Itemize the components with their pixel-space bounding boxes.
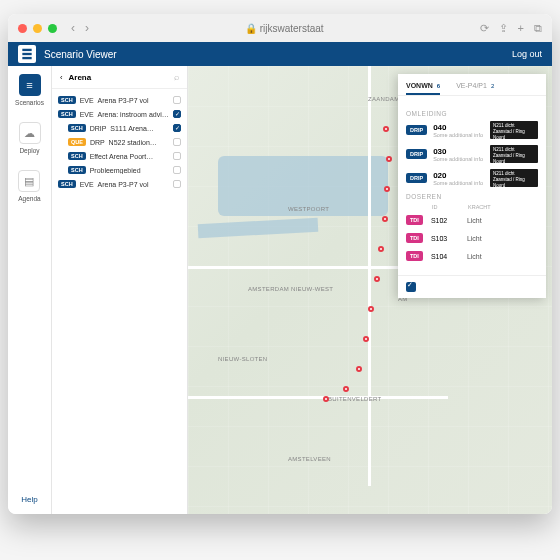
tdi-row[interactable]: TDI S103 Licht — [406, 231, 538, 245]
drip-subtitle: Some additional info — [433, 180, 484, 186]
drip-id: 040 — [433, 123, 484, 132]
tree-checkbox[interactable] — [173, 124, 181, 132]
tree-row[interactable]: SCH EVE_Arena P3-P7 vol — [52, 93, 187, 107]
map-place-label: Amsterdam Nieuw-West — [248, 286, 333, 292]
drip-sign: N211 dichtZaanstad / Ring Noord — [490, 145, 538, 163]
tree-item-label: EVE_Arena: instroom advies… — [80, 111, 169, 118]
tree-panel: ‹ Arena ⌕ SCH EVE_Arena P3-P7 vol SCH EV… — [52, 66, 188, 514]
panel-footer — [398, 275, 546, 298]
route-point[interactable] — [384, 186, 390, 192]
drip-row[interactable]: DRIP 020 Some additional info N211 dicht… — [406, 169, 538, 187]
tree-row[interactable]: SCH Effect Arena Poort… — [52, 149, 187, 163]
tdi-badge: TDI — [406, 251, 423, 261]
agenda-icon: ▤ — [18, 170, 40, 192]
tree-item-label: EVE_Arena P3-P7 vol — [80, 97, 169, 104]
route-point[interactable] — [374, 276, 380, 282]
back-icon[interactable]: ‹ — [71, 21, 75, 35]
tree-checkbox[interactable] — [173, 110, 181, 118]
map-place-label: Buitenveldert — [328, 396, 381, 402]
map-place-label: Nieuw-Sloten — [218, 356, 268, 362]
tdi-value: Licht — [467, 235, 482, 242]
tree-checkbox[interactable] — [173, 96, 181, 104]
route-point[interactable] — [378, 246, 384, 252]
tree-item-label: Effect Arena Poort… — [90, 153, 169, 160]
tree-row[interactable]: SCH DRIP_S111 Arena… — [52, 121, 187, 135]
drip-sign: N211 dichtZaanstad / Ring Noord — [490, 169, 538, 187]
tree-badge: SCH — [68, 152, 86, 160]
tdi-badge: TDI — [406, 233, 423, 243]
tree-row[interactable]: QUE DRP_N522 stadion… — [52, 135, 187, 149]
map-place-label: Westpoort — [288, 206, 329, 212]
drip-subtitle: Some additional info — [433, 156, 484, 162]
tree-checkbox[interactable] — [173, 152, 181, 160]
tree-badge: SCH — [68, 166, 86, 174]
drip-sign: N211 dichtZaanstad / Ring Noord — [490, 121, 538, 139]
tree-checkbox[interactable] — [173, 138, 181, 146]
tdi-value: Licht — [467, 253, 482, 260]
scenarios-icon: ≡ — [19, 74, 41, 96]
tree-title: Arena — [69, 73, 92, 82]
svg-rect-2 — [22, 57, 31, 59]
rail-item-deploy[interactable]: ☁ Deploy — [19, 122, 41, 154]
search-icon[interactable]: ⌕ — [174, 72, 179, 82]
logout-link[interactable]: Log out — [512, 49, 542, 59]
map-place-label: Amstelveen — [288, 456, 331, 462]
section-doseren: DOSEREN — [406, 193, 538, 200]
forward-icon[interactable]: › — [85, 21, 89, 35]
tabs-icon[interactable]: ⧉ — [534, 22, 542, 35]
route-point[interactable] — [323, 396, 329, 402]
map-place-label: Zaandam — [368, 96, 399, 102]
share-icon[interactable]: ⇪ — [499, 22, 508, 35]
reload-icon[interactable]: ⟳ — [480, 22, 489, 35]
route-point[interactable] — [368, 306, 374, 312]
section-omleiding: OMLEIDING — [406, 110, 538, 117]
app-logo — [18, 45, 36, 63]
rail-item-scenarios[interactable]: ≡ Scenarios — [15, 74, 44, 106]
tree-checkbox[interactable] — [173, 166, 181, 174]
drip-id: 030 — [433, 147, 484, 156]
deploy-icon: ☁ — [19, 122, 41, 144]
tree-row[interactable]: SCH EVE_Arena P3-P7 vol — [52, 177, 187, 191]
tdi-id: S103 — [431, 235, 459, 242]
route-point[interactable] — [356, 366, 362, 372]
url-bar[interactable]: 🔒 rijkswaterstaat — [95, 23, 474, 34]
app-header: Scenario Viewer Log out — [8, 42, 552, 66]
svg-rect-0 — [22, 49, 31, 51]
app: Scenario Viewer Log out ≡ Scenarios ☁ De… — [8, 42, 552, 514]
tdi-id: S102 — [431, 217, 459, 224]
drip-subtitle: Some additional info — [433, 132, 484, 138]
drip-id: 020 — [433, 171, 484, 180]
route-point[interactable] — [343, 386, 349, 392]
route-point[interactable] — [386, 156, 392, 162]
footer-checkbox[interactable] — [406, 282, 416, 292]
panel-tab[interactable]: VONWN6 — [406, 78, 440, 95]
tree-badge: SCH — [58, 96, 76, 104]
tdi-row[interactable]: TDI S102 Licht — [406, 213, 538, 227]
route-point[interactable] — [382, 216, 388, 222]
drip-row[interactable]: DRIP 040 Some additional info N211 dicht… — [406, 121, 538, 139]
side-panel: VONWN6VE-P4/P12 OMLEIDING DRIP 040 Some … — [398, 74, 546, 298]
tree-item-label: DRIP_S111 Arena… — [90, 125, 169, 132]
tdi-row[interactable]: TDI S104 Licht — [406, 249, 538, 263]
route-point[interactable] — [383, 126, 389, 132]
tree-badge: SCH — [68, 124, 86, 132]
tree-row[interactable]: SCH EVE_Arena: instroom advies… — [52, 107, 187, 121]
maximize-dot[interactable] — [48, 24, 57, 33]
minimize-dot[interactable] — [33, 24, 42, 33]
drip-row[interactable]: DRIP 030 Some additional info N211 dicht… — [406, 145, 538, 163]
nav-rail: ≡ Scenarios ☁ Deploy ▤ Agenda Help — [8, 66, 52, 514]
add-icon[interactable]: + — [518, 22, 524, 35]
tree-row[interactable]: SCH Probleemgebied — [52, 163, 187, 177]
tree-badge: SCH — [58, 110, 76, 118]
tdi-id: S104 — [431, 253, 459, 260]
route-point[interactable] — [363, 336, 369, 342]
rail-item-agenda[interactable]: ▤ Agenda — [18, 170, 40, 202]
app-title: Scenario Viewer — [44, 49, 117, 60]
tree-checkbox[interactable] — [173, 180, 181, 188]
drip-badge: DRIP — [406, 125, 427, 135]
close-dot[interactable] — [18, 24, 27, 33]
panel-tab[interactable]: VE-P4/P12 — [456, 78, 494, 95]
tree-back-icon[interactable]: ‹ — [60, 73, 63, 82]
help-link[interactable]: Help — [21, 495, 37, 504]
tdi-value: Licht — [467, 217, 482, 224]
